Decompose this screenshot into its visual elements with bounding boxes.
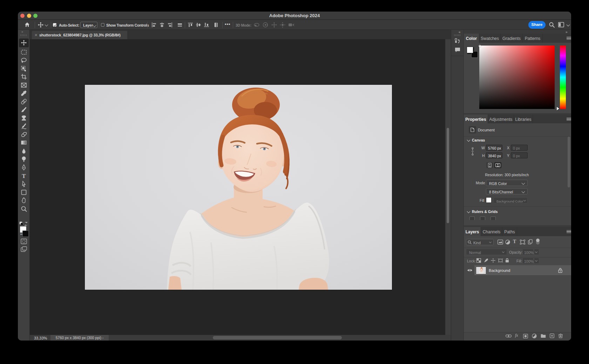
svg-text:T: T	[22, 173, 26, 179]
